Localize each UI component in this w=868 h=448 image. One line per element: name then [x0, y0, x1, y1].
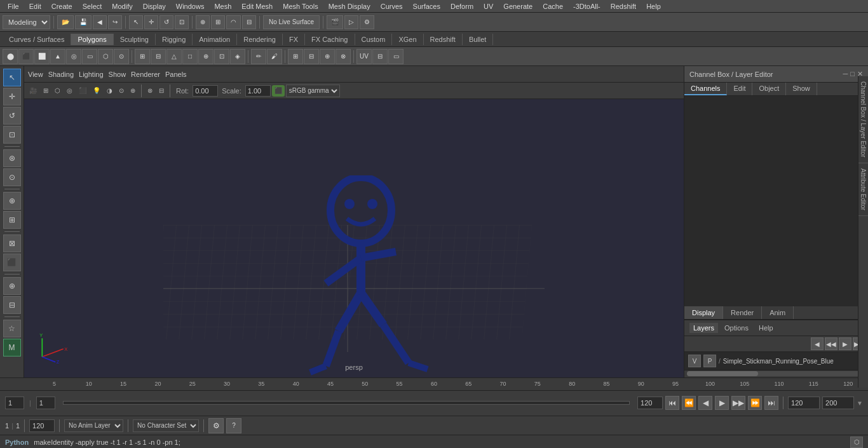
- vp-shadow-btn[interactable]: ◑: [104, 85, 115, 97]
- max-playback-input[interactable]: [822, 397, 854, 409]
- right-panel-maximize[interactable]: □: [850, 70, 855, 78]
- snap-point-btn[interactable]: ⊕: [196, 15, 210, 29]
- save-btn[interactable]: 💾: [75, 15, 92, 29]
- anim-layer-select[interactable]: No Anim Layer: [64, 419, 123, 432]
- play-btn[interactable]: ▶: [715, 396, 729, 410]
- mirror-btn[interactable]: ⊞: [288, 49, 303, 64]
- tab-bullet[interactable]: Bullet: [463, 34, 494, 45]
- tab-fx-caching[interactable]: FX Caching: [305, 34, 355, 45]
- step-back-btn[interactable]: ⏪: [682, 396, 696, 410]
- merge-btn[interactable]: ⊕: [198, 49, 214, 64]
- skip-end-btn[interactable]: ⏭: [764, 396, 778, 410]
- start-frame-input[interactable]: [36, 397, 55, 409]
- poly-disk-btn[interactable]: ⬡: [98, 49, 113, 64]
- step-fwd-btn[interactable]: ⏩: [748, 396, 762, 410]
- color-space-btn[interactable]: ⬛: [272, 85, 285, 97]
- vp-wireframe-btn[interactable]: ⬡: [52, 85, 63, 97]
- select-tool-btn[interactable]: ↖: [3, 69, 21, 86]
- menu-mesh-display[interactable]: Mesh Display: [323, 1, 376, 11]
- tab-rigging[interactable]: Rigging: [156, 34, 193, 45]
- show-menu[interactable]: Show: [109, 71, 126, 78]
- menu-help[interactable]: Help: [641, 1, 666, 11]
- menu-mesh[interactable]: Mesh: [209, 1, 236, 11]
- sculpt-btn[interactable]: 🖌: [267, 49, 282, 64]
- uv-auto-btn[interactable]: ⊟: [372, 49, 388, 64]
- menu-redshift[interactable]: Redshift: [606, 1, 641, 11]
- layer-scrollbar[interactable]: [684, 370, 868, 377]
- menu-3dtool[interactable]: -3DtoAll-: [568, 1, 606, 11]
- menu-create[interactable]: Create: [46, 1, 78, 11]
- vp-aa-btn[interactable]: ⊕: [128, 85, 138, 97]
- current-frame-input[interactable]: [5, 397, 24, 409]
- snap-grid-btn[interactable]: ⊞: [211, 15, 225, 29]
- options-tab[interactable]: Options: [721, 323, 752, 333]
- snap-curve-btn[interactable]: ◠: [226, 15, 241, 29]
- live-surface-btn[interactable]: No Live Surface: [263, 15, 320, 29]
- smooth-btn[interactable]: ⊟: [151, 49, 166, 64]
- rot-input[interactable]: [193, 85, 218, 97]
- help-icon-btn[interactable]: ?: [226, 418, 241, 433]
- move-btn[interactable]: ✛: [144, 15, 158, 29]
- bottom-frame-input[interactable]: [29, 419, 55, 432]
- layer-next-btn[interactable]: ▶: [839, 337, 851, 350]
- scale-btn[interactable]: ⊡: [175, 15, 189, 29]
- bevel-btn[interactable]: ◈: [230, 49, 245, 64]
- render-btn[interactable]: 🎬: [327, 15, 343, 29]
- tab-sculpting[interactable]: Sculpting: [114, 34, 156, 45]
- extrude-btn[interactable]: ⊡: [214, 49, 229, 64]
- layer-prev-btn[interactable]: ◀: [811, 337, 824, 350]
- menu-windows[interactable]: Windows: [171, 1, 210, 11]
- maya-logo-btn[interactable]: M: [3, 339, 21, 356]
- color-space-select[interactable]: sRGB gamma: [286, 85, 340, 97]
- vp-grid-btn[interactable]: ⊞: [41, 85, 51, 97]
- vp-camera-btn[interactable]: 🎥: [27, 85, 39, 97]
- display-tab-anim[interactable]: Anim: [762, 306, 794, 319]
- tab-rendering[interactable]: Rendering: [237, 34, 283, 45]
- object-tab[interactable]: Object: [752, 83, 786, 95]
- menu-modify[interactable]: Modify: [107, 1, 137, 11]
- rotate-btn[interactable]: ↺: [159, 15, 173, 29]
- rect-btn[interactable]: ⬛: [3, 254, 21, 271]
- tab-fx[interactable]: FX: [283, 34, 305, 45]
- skip-start-btn[interactable]: ⏮: [665, 396, 679, 410]
- boolean-btn[interactable]: ⊟: [304, 49, 319, 64]
- menu-file[interactable]: File: [3, 1, 24, 11]
- tab-animation[interactable]: Animation: [193, 34, 237, 45]
- tab-polygons[interactable]: Polygons: [71, 34, 113, 45]
- poly-cone-btn[interactable]: ▲: [50, 49, 65, 64]
- side-tab-channelbox[interactable]: Channel Box / Layer Editor: [858, 76, 868, 163]
- end-frame-input[interactable]: [637, 397, 663, 409]
- layer-visibility-btn[interactable]: V: [688, 355, 701, 367]
- poly-plane-btn[interactable]: ▭: [82, 49, 97, 64]
- menu-curves[interactable]: Curves: [376, 1, 408, 11]
- scene-viewport[interactable]: X Y Z persp: [24, 99, 684, 377]
- snap-together-btn[interactable]: ⊕: [3, 277, 21, 295]
- snap-surface-btn[interactable]: ⊟: [242, 15, 256, 29]
- combine-btn[interactable]: ⊕: [320, 49, 335, 64]
- render-settings-btn[interactable]: ⚙: [360, 15, 374, 29]
- soft-mod-btn[interactable]: ⊕: [3, 192, 21, 210]
- quadrangulate-btn[interactable]: □: [182, 49, 198, 64]
- uv-planar-btn[interactable]: ▭: [388, 49, 403, 64]
- playback-dropdown-arrow[interactable]: ▼: [857, 400, 863, 407]
- poly-pipe-btn[interactable]: ⊙: [114, 49, 129, 64]
- vp-iso-btn[interactable]: ⊟: [156, 85, 166, 97]
- channels-tab[interactable]: Channels: [684, 83, 727, 95]
- marquee-btn[interactable]: ⊠: [3, 234, 21, 252]
- open-btn[interactable]: 📂: [57, 15, 74, 29]
- timeline-ruler[interactable]: 5101520253035404550556065707580859095100…: [0, 378, 868, 391]
- paint-select-btn[interactable]: ⊙: [3, 168, 21, 186]
- tab-xgen[interactable]: XGen: [392, 34, 423, 45]
- redo-btn[interactable]: ↪: [108, 15, 122, 29]
- renderer-menu[interactable]: Renderer: [131, 71, 160, 78]
- menu-edit-mesh[interactable]: Edit Mesh: [236, 1, 278, 11]
- menu-mesh-tools[interactable]: Mesh Tools: [278, 1, 323, 11]
- lattice-btn[interactable]: ⊞: [3, 211, 21, 229]
- lighting-menu[interactable]: Lighting: [79, 71, 104, 78]
- timeline-track[interactable]: [63, 401, 630, 405]
- menu-cache[interactable]: Cache: [538, 1, 568, 11]
- menu-uv[interactable]: UV: [478, 1, 498, 11]
- align-btn[interactable]: ⊟: [3, 296, 21, 314]
- vp-xray-btn[interactable]: ⊗: [145, 85, 155, 97]
- poly-sphere-btn[interactable]: ⬤: [3, 49, 18, 64]
